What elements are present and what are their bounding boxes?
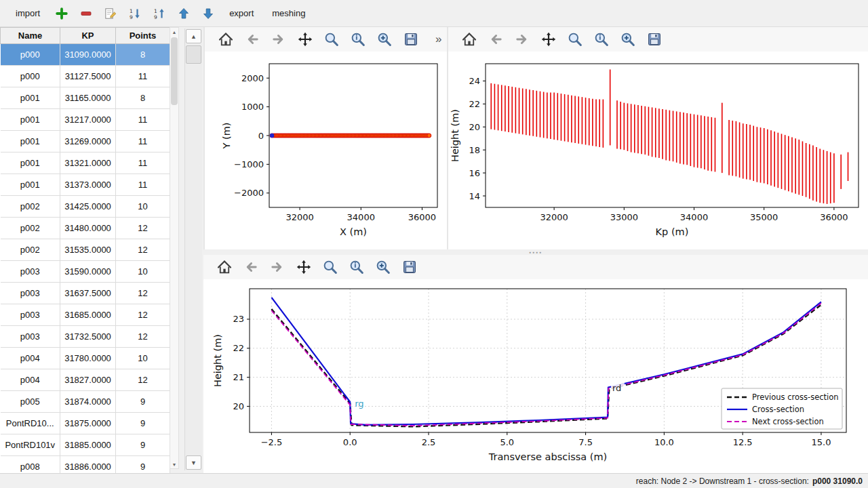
forward-icon[interactable] <box>269 29 289 49</box>
pane-scrollbar-thumb[interactable] <box>186 45 201 64</box>
table-cell[interactable]: p001 <box>1 87 60 109</box>
table-cell[interactable]: p001 <box>1 174 60 196</box>
zoom-icon[interactable] <box>321 29 342 49</box>
table-cell[interactable]: 10 <box>116 196 170 218</box>
table-cell[interactable]: 31480.0000 <box>60 218 116 239</box>
zoom-inspect-icon[interactable] <box>347 257 367 277</box>
table-cell[interactable]: p002 <box>1 218 60 239</box>
table-cell[interactable]: 31535.0000 <box>60 239 116 261</box>
table-row[interactable]: p00331590.000010 <box>1 261 170 283</box>
pane-scrollbar[interactable]: ▲ ▼ <box>184 28 202 470</box>
pan-icon[interactable] <box>294 257 314 277</box>
table-cell[interactable]: 10 <box>116 261 170 283</box>
table-row[interactable]: p00131373.000011 <box>1 174 170 196</box>
table-row[interactable]: p00231480.000012 <box>1 218 170 239</box>
table-cell[interactable]: 12 <box>116 326 170 348</box>
table-cell[interactable]: 31590.0000 <box>60 261 116 283</box>
table-row[interactable]: p00031127.500011 <box>1 66 170 87</box>
import-button[interactable]: import <box>9 5 46 21</box>
table-row[interactable]: PontRD101v31885.00009 <box>1 434 170 456</box>
remove-cross-section-icon[interactable] <box>77 4 95 22</box>
table-cell[interactable]: 12 <box>116 239 170 261</box>
table-cell[interactable]: 31875.0000 <box>60 413 116 434</box>
table-cell[interactable]: p002 <box>1 196 60 218</box>
table-cell[interactable]: 10 <box>116 348 170 369</box>
table-cell[interactable]: 12 <box>116 369 170 391</box>
table-scrollbar-thumb[interactable] <box>171 37 178 105</box>
table-cell[interactable]: 31780.0000 <box>60 348 116 369</box>
move-up-icon[interactable] <box>174 4 193 22</box>
table-scroll-up-icon[interactable]: ▲ <box>170 28 178 36</box>
pan-icon[interactable] <box>538 29 559 49</box>
table-cell[interactable]: p005 <box>1 391 60 413</box>
column-header-name[interactable]: Name <box>1 28 60 44</box>
save-icon[interactable] <box>399 257 420 277</box>
add-cross-section-icon[interactable] <box>52 4 71 22</box>
table-row[interactable]: p00331685.000012 <box>1 304 170 326</box>
table-row[interactable]: p00331732.500012 <box>1 326 170 348</box>
table-cell[interactable]: 9 <box>116 434 170 456</box>
table-cell[interactable]: p003 <box>1 326 60 348</box>
toolbar-overflow-button[interactable]: » <box>435 33 441 46</box>
table-cell[interactable]: 11 <box>116 174 170 196</box>
table-row[interactable]: p00531874.00009 <box>1 391 170 413</box>
table-cell[interactable]: 11 <box>116 131 170 152</box>
table-cell[interactable]: 31321.0000 <box>60 152 116 174</box>
home-icon[interactable] <box>214 257 235 277</box>
forward-icon[interactable] <box>512 29 532 49</box>
splitter-handle-icon[interactable]: ●●●● <box>529 251 542 254</box>
cross-section-canvas[interactable]: −2.50.02.55.07.510.012.515.020212223Tran… <box>203 279 868 473</box>
export-button[interactable]: export <box>223 5 260 21</box>
table-row[interactable]: PontRD10...31875.00009 <box>1 413 170 434</box>
table-cell[interactable]: 12 <box>116 304 170 326</box>
table-row[interactable]: p00331637.500012 <box>1 283 170 304</box>
table-scrollbar[interactable]: ▲ ▼ <box>170 27 179 469</box>
table-cell[interactable]: 11 <box>116 109 170 131</box>
zoom-icon[interactable] <box>565 29 585 49</box>
zoom-rect-icon[interactable] <box>373 257 393 277</box>
back-icon[interactable] <box>241 257 261 277</box>
meshing-button[interactable]: meshing <box>266 5 311 21</box>
home-icon[interactable] <box>216 29 236 49</box>
table-scroll-down-icon[interactable]: ▼ <box>170 460 178 468</box>
table-cell[interactable]: 31885.0000 <box>60 434 116 456</box>
table-cell[interactable]: p001 <box>1 109 60 131</box>
table-cell[interactable]: 31090.0000 <box>60 44 116 66</box>
save-icon[interactable] <box>644 29 665 49</box>
save-icon[interactable] <box>401 29 421 49</box>
sort-ascending-icon[interactable]: 19 <box>150 4 168 22</box>
table-row[interactable]: p00431780.000010 <box>1 348 170 369</box>
table-row[interactable]: p00231535.000012 <box>1 239 170 261</box>
pan-icon[interactable] <box>295 29 315 49</box>
edit-cross-section-icon[interactable] <box>101 4 119 22</box>
table-cell[interactable]: 11 <box>116 152 170 174</box>
table-row[interactable]: p00131321.000011 <box>1 152 170 174</box>
table-cell[interactable]: 9 <box>116 391 170 413</box>
table-row[interactable]: p00231425.000010 <box>1 196 170 218</box>
table-row[interactable]: p00131217.000011 <box>1 109 170 131</box>
table-row[interactable]: p00431827.000012 <box>1 369 170 391</box>
table-cell[interactable]: p000 <box>1 44 60 66</box>
pane-scroll-down-button[interactable]: ▼ <box>186 455 201 470</box>
column-header-points[interactable]: Points <box>116 28 170 44</box>
move-down-icon[interactable] <box>199 4 217 22</box>
table-cell[interactable]: 31165.0000 <box>60 87 116 109</box>
table-cell[interactable]: p003 <box>1 283 60 304</box>
table-cell[interactable]: 9 <box>116 413 170 434</box>
table-cell[interactable]: 12 <box>116 218 170 239</box>
zoom-inspect-icon[interactable] <box>591 29 612 49</box>
back-icon[interactable] <box>486 29 506 49</box>
table-cell[interactable]: 31637.5000 <box>60 283 116 304</box>
table-cell[interactable]: 8 <box>116 87 170 109</box>
zoom-inspect-icon[interactable] <box>348 29 368 49</box>
table-cell[interactable]: 31269.0000 <box>60 131 116 152</box>
home-icon[interactable] <box>459 29 479 49</box>
plan-view-canvas[interactable]: 320003400036000−2000−1000010002000X (m)Y… <box>205 52 447 249</box>
table-cell[interactable]: 8 <box>116 44 170 66</box>
zoom-rect-icon[interactable] <box>618 29 638 49</box>
column-header-kp[interactable]: KP <box>60 28 116 44</box>
table-cell[interactable]: PontRD10... <box>1 413 60 434</box>
table-cell[interactable]: 31373.0000 <box>60 174 116 196</box>
back-icon[interactable] <box>242 29 262 49</box>
table-cell[interactable]: 31874.0000 <box>60 391 116 413</box>
